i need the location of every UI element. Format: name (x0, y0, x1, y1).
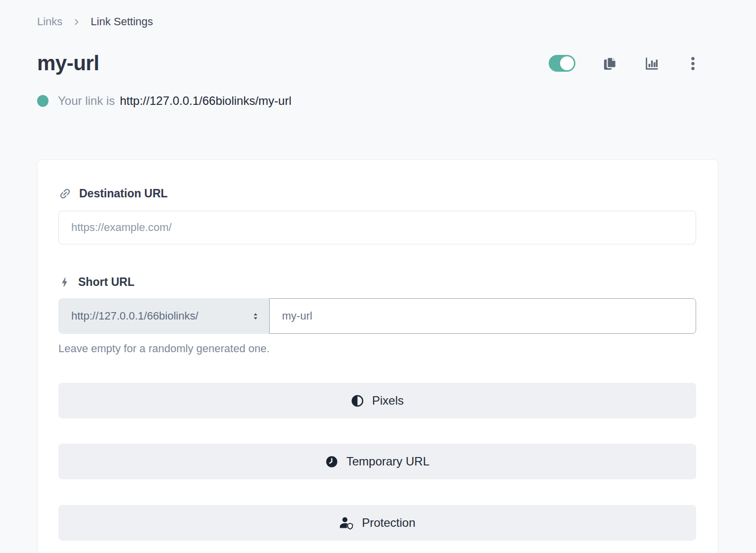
temporary-url-section-button[interactable]: Temporary URL (58, 444, 696, 479)
adjust-half-circle-icon (351, 394, 364, 408)
user-shield-icon (339, 516, 354, 530)
breadcrumb-link-settings: Link Settings (91, 15, 153, 28)
protection-section-button[interactable]: Protection (58, 505, 696, 541)
short-url-label: Short URL (58, 275, 696, 289)
bolt-icon (58, 276, 71, 288)
domain-select-value: http://127.0.0.1/66biolinks/ (71, 310, 198, 323)
destination-url-label: Destination URL (58, 186, 696, 200)
pixels-button-label: Pixels (372, 394, 404, 408)
status-url: http://127.0.0.1/66biolinks/my-url (120, 94, 291, 108)
breadcrumb-links[interactable]: Links (37, 15, 62, 28)
breadcrumb: Links Link Settings (37, 0, 718, 28)
short-url-group: http://127.0.0.1/66biolinks/ (58, 298, 696, 334)
domain-select[interactable]: http://127.0.0.1/66biolinks/ (58, 298, 269, 334)
header-actions (549, 55, 718, 72)
link-status: Your link is http://127.0.0.1/66biolinks… (37, 94, 718, 108)
pixels-section-button[interactable]: Pixels (58, 383, 696, 418)
toggle-knob (560, 56, 574, 70)
page-container: Links Link Settings my-url (37, 0, 718, 553)
short-url-input[interactable] (269, 298, 696, 334)
temporary-url-button-label: Temporary URL (346, 455, 429, 468)
destination-url-label-text: Destination URL (79, 186, 168, 200)
copy-icon[interactable] (602, 56, 617, 71)
sort-arrows-icon (251, 312, 260, 321)
link-enabled-toggle[interactable] (549, 55, 575, 72)
status-dot (37, 95, 48, 107)
short-url-label-text: Short URL (78, 275, 135, 289)
status-prefix: Your link is (58, 94, 115, 108)
link-icon (58, 187, 72, 200)
short-url-help-text: Leave empty for a randomly generated one… (58, 342, 696, 355)
page-header: my-url (37, 51, 718, 76)
statistics-bar-chart-icon[interactable] (644, 56, 660, 71)
clock-icon (325, 455, 338, 468)
chevron-right-icon (72, 18, 81, 26)
destination-url-input[interactable] (58, 211, 696, 244)
link-settings-card: Destination URL Short URL http://127.0.0… (37, 159, 718, 553)
protection-button-label: Protection (362, 516, 415, 530)
more-menu-kebab-icon[interactable] (686, 56, 700, 71)
page-title: my-url (37, 51, 99, 76)
